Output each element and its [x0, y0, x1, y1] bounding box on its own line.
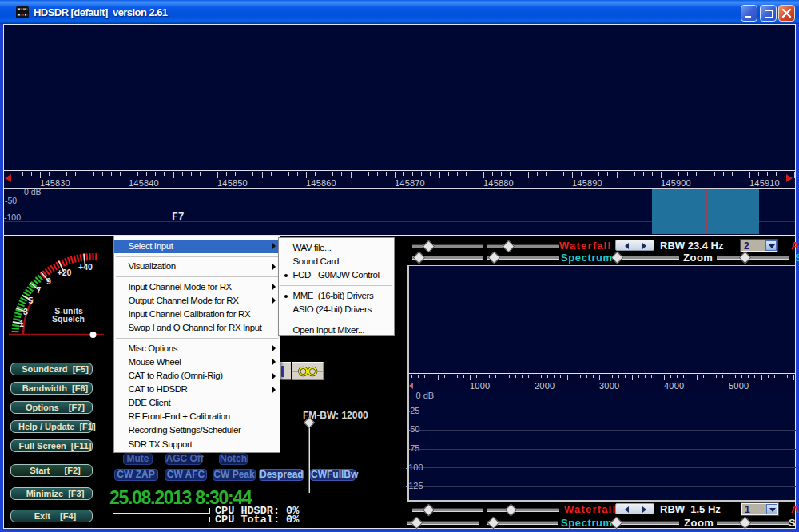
svg-text:9: 9 — [46, 276, 51, 286]
svg-text:7: 7 — [37, 285, 42, 295]
svg-text:1: 1 — [19, 319, 24, 328]
svg-text:5: 5 — [29, 296, 34, 305]
svg-text:+40: +40 — [78, 262, 93, 272]
svg-text:3: 3 — [23, 307, 28, 316]
svg-text:+20: +20 — [58, 268, 72, 277]
svg-text:Squelch: Squelch — [52, 314, 85, 324]
